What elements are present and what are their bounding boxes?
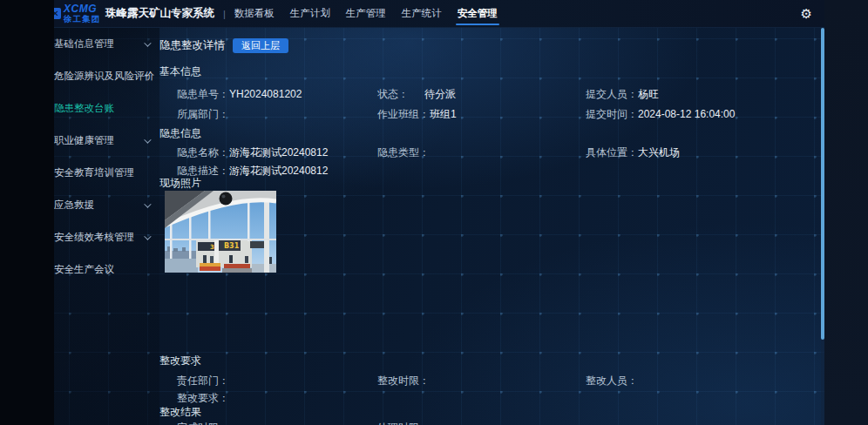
- field-value: YH2024081202: [229, 88, 302, 100]
- vertical-scrollbar: [821, 28, 824, 425]
- logo-line2: 徐工集团: [64, 15, 100, 24]
- field-row: 隐患描述：游海花测试20240812: [159, 165, 821, 177]
- nav-tab-production-mgmt[interactable]: 生产管理: [346, 0, 386, 27]
- field-complete-time: 完成时限：: [177, 422, 377, 425]
- dome-camera: [220, 192, 233, 206]
- field-label: 所属部门：: [177, 108, 229, 120]
- main-content: 隐患整改详情 返回上层 基本信息 隐患单号：YH2024081202 状态：待分…: [159, 28, 821, 425]
- status-value: 待分派: [424, 88, 456, 100]
- field-hazard-number: 隐患单号：YH2024081202: [177, 88, 377, 100]
- sidebar-item-label: 应急救援: [54, 199, 94, 212]
- section-title-site-photo: 现场照片: [159, 178, 821, 189]
- section-title-rectification-require: 整改要求: [159, 355, 821, 367]
- sidebar-item-emergency-rescue[interactable]: 应急救援: [54, 189, 159, 221]
- field-label: 作业班组：: [377, 108, 430, 120]
- nav-tab-production-plan[interactable]: 生产计划: [290, 0, 330, 27]
- field-row: 完成时限： 处理时限：: [159, 422, 821, 425]
- nav-tab-production-stats[interactable]: 生产统计: [402, 0, 442, 27]
- sidebar-item-label: 安全生产会议: [54, 263, 114, 276]
- field-row: 隐患单号：YH2024081202 状态：待分派 提交人员：杨旺: [159, 88, 821, 100]
- sidebar-item-label: 隐患整改台账: [54, 102, 114, 115]
- section-title-rectification-result: 整改结果: [159, 407, 821, 418]
- field-label: 整改人员：: [586, 374, 638, 387]
- field-label: 提交时间：: [586, 108, 638, 120]
- field-status: 状态：待分派: [377, 88, 586, 100]
- field-value: 班组1: [430, 108, 457, 120]
- field-label: 隐患名称：: [177, 146, 229, 159]
- field-label: 整改时限：: [377, 374, 430, 387]
- sidebar-item-label: 基础信息管理: [54, 37, 114, 51]
- field-value: 游海花测试20240812: [229, 165, 328, 177]
- field-hazard-type: 隐患类型：: [377, 146, 586, 159]
- field-label: 隐患单号：: [177, 88, 229, 100]
- sidebar-item-safety-education[interactable]: 安全教育培训管理: [54, 157, 159, 189]
- app-title: 珠峰露天矿山专家系统: [105, 6, 214, 21]
- sidebar-item-label: 危险源辨识及风险评价: [54, 70, 154, 83]
- logo-mark-icon: ✕: [54, 8, 61, 19]
- sidebar-item-label: 职业健康管理: [54, 134, 114, 147]
- field-submit-time: 提交时间：2024-08-12 16:04:00: [586, 108, 821, 120]
- field-row: 责任部门： 整改时限： 整改人员：: [159, 374, 821, 387]
- field-hazard-name: 隐患名称：游海花测试20240812: [177, 146, 377, 159]
- field-rectify-deadline: 整改时限：: [377, 374, 586, 387]
- field-value: 2024-08-12 16:04:00: [638, 108, 735, 120]
- field-label: 提交人员：: [586, 88, 638, 100]
- xcmg-logo: ✕ XCMG 徐工集团: [54, 3, 100, 24]
- field-label: 隐患类型：: [377, 146, 430, 159]
- field-label: 状态：: [377, 88, 424, 100]
- field-department: 所属部门：: [177, 108, 377, 120]
- section-title-hazard-info: 隐患信息: [159, 128, 821, 139]
- page-header: 隐患整改详情 返回上层: [159, 38, 821, 53]
- field-label: 责任部门：: [177, 374, 229, 387]
- title-separator: |: [223, 9, 226, 19]
- app-window: ✕ XCMG 徐工集团 珠峰露天矿山专家系统 | 数据看板 生产计划 生产管理 …: [54, 0, 824, 425]
- chevron-down-icon: [144, 200, 151, 207]
- site-photo-thumbnail[interactable]: 32 B31: [165, 191, 276, 273]
- outside-background: [824, 0, 868, 425]
- chevron-down-icon: [144, 233, 151, 239]
- nav-tab-data-dashboard[interactable]: 数据看板: [234, 0, 275, 27]
- sidebar-item-hazard-rectification-ledger[interactable]: 隐患整改台账: [54, 92, 159, 125]
- chevron-down-icon: [144, 39, 151, 46]
- field-label: 具体位置：: [586, 146, 638, 159]
- field-label: 整改要求：: [177, 392, 229, 404]
- field-submitter: 提交人员：杨旺: [586, 88, 821, 100]
- field-rectify-requirement: 整改要求：: [177, 392, 377, 404]
- site-photo-image: 32 B31: [165, 191, 276, 273]
- field-label: 处理时限：: [377, 422, 430, 425]
- top-bar: ✕ XCMG 徐工集团 珠峰露天矿山专家系统 | 数据看板 生产计划 生产管理 …: [54, 0, 824, 28]
- field-row: 整改要求：: [159, 392, 821, 404]
- field-process-time: 处理时限：: [377, 422, 586, 425]
- sidebar-item-label: 安全教育培训管理: [54, 166, 134, 179]
- sidebar-item-safety-performance[interactable]: 安全绩效考核管理: [54, 221, 159, 253]
- gate-sign-right: B31: [224, 242, 240, 250]
- field-label: 完成时限：: [177, 422, 229, 425]
- field-row: 隐患名称：游海花测试20240812 隐患类型： 具体位置：大兴机场: [159, 146, 821, 159]
- sidebar-item-occupational-health[interactable]: 职业健康管理: [54, 125, 159, 157]
- sidebar: 基础信息管理 危险源辨识及风险评价 隐患整改台账 职业健康管理 安全教育培训管理…: [54, 28, 159, 425]
- section-title-basic-info: 基本信息: [159, 66, 821, 78]
- field-value: 杨旺: [638, 88, 659, 100]
- logo-line1: XCMG: [64, 3, 100, 15]
- field-value: 大兴机场: [638, 146, 680, 159]
- nav-tab-safety-mgmt[interactable]: 安全管理: [458, 0, 498, 27]
- top-nav: 数据看板 生产计划 生产管理 生产统计 安全管理: [234, 0, 498, 27]
- field-label: 隐患描述：: [177, 165, 229, 177]
- back-to-parent-button[interactable]: 返回上层: [233, 38, 288, 53]
- field-location: 具体位置：大兴机场: [586, 146, 821, 159]
- page-title: 隐患整改详情: [159, 38, 225, 53]
- field-rectify-person: 整改人员：: [586, 374, 821, 387]
- scrollbar-thumb[interactable]: [821, 28, 824, 340]
- field-work-team: 作业班组：班组1: [377, 108, 586, 120]
- field-hazard-description: 隐患描述：游海花测试20240812: [177, 165, 377, 177]
- settings-gear-icon[interactable]: ⚙: [801, 7, 812, 20]
- sidebar-item-basic-info-mgmt[interactable]: 基础信息管理: [54, 28, 159, 60]
- chevron-down-icon: [144, 136, 151, 143]
- field-row: 所属部门： 作业班组：班组1 提交时间：2024-08-12 16:04:00: [159, 108, 821, 120]
- sidebar-item-label: 安全绩效考核管理: [54, 231, 134, 244]
- field-responsible-dept: 责任部门：: [177, 374, 377, 387]
- sidebar-item-safety-meeting[interactable]: 安全生产会议: [54, 253, 159, 286]
- field-value: 游海花测试20240812: [229, 146, 328, 159]
- sidebar-item-hazard-identification[interactable]: 危险源辨识及风险评价: [54, 60, 159, 92]
